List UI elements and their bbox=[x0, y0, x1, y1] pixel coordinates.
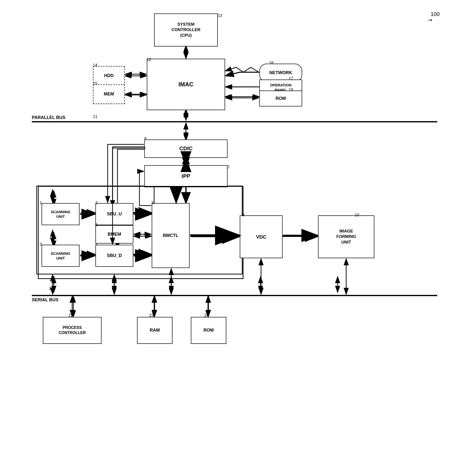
system-controller-label: SYSTEMCONTROLLER(CPU) bbox=[171, 22, 200, 38]
ref-11: 11 bbox=[93, 115, 97, 119]
vdc-label: VDC bbox=[256, 234, 266, 240]
ref-24: 24 bbox=[204, 313, 209, 318]
rom-bottom-label: ROM bbox=[203, 327, 214, 333]
imac-box: IMAC bbox=[147, 59, 225, 110]
ipp-box: IPP bbox=[144, 165, 228, 187]
network-box: NETWORK bbox=[259, 64, 302, 82]
ref-16: 16 bbox=[269, 61, 273, 65]
ref-5: 5 bbox=[152, 201, 154, 205]
hdd-box: HDD bbox=[93, 66, 125, 86]
scanning-unit-1-label: SCANNINGUNIT bbox=[51, 209, 70, 219]
scanning-unit-1-box: SCANNINGUNIT bbox=[42, 203, 80, 225]
serial-bus-line bbox=[32, 295, 437, 296]
bmem-box: BMEM bbox=[95, 225, 133, 243]
rom-bottom-box: ROM bbox=[191, 317, 226, 344]
ref-13: 13 bbox=[218, 14, 222, 18]
process-controller-label: PROCESSCONTROLLER bbox=[58, 325, 86, 336]
ref-21: 21 bbox=[49, 286, 53, 291]
sbu-d-box: SBU_D bbox=[95, 245, 133, 267]
bmem-label: BMEM bbox=[108, 232, 121, 237]
system-controller-box: SYSTEMCONTROLLER(CPU) bbox=[154, 14, 218, 47]
serial-bus-label: SERIAL BUS bbox=[32, 297, 58, 303]
imac-label: IMAC bbox=[178, 81, 193, 88]
ipp-label: IPP bbox=[182, 173, 190, 180]
sbu-d-label: SBU_D bbox=[107, 253, 122, 258]
ref-17: 17 bbox=[289, 76, 293, 81]
process-controller-box: PROCESSCONTROLLER bbox=[43, 317, 101, 344]
ref-3: 3 bbox=[40, 242, 42, 247]
ref-22: 22 bbox=[68, 313, 73, 318]
rom-top-box: ROM bbox=[259, 91, 302, 106]
sbu-u-box: SBU_U bbox=[95, 203, 133, 225]
rom-top-label: ROM bbox=[276, 96, 286, 101]
ref-10: 10 bbox=[355, 213, 359, 217]
scanning-unit-3-box: SCANNINGUNIT bbox=[42, 245, 80, 267]
ref-100: 100 bbox=[431, 11, 440, 17]
diagram: 100 ↙ SYSTEMCONTROLLER(CPU) 13 IMAC 12 H… bbox=[0, 0, 469, 476]
hdd-label: HDD bbox=[104, 73, 114, 79]
ref-18: 18 bbox=[289, 88, 293, 92]
vdc-box: VDC bbox=[240, 215, 283, 258]
mem-label: MEM bbox=[104, 91, 114, 97]
ref-2: 2 bbox=[95, 201, 98, 205]
network-label: NETWORK bbox=[269, 70, 292, 76]
cdic-label: CDIC bbox=[179, 145, 193, 152]
bmctl-label: BMCTL bbox=[163, 233, 178, 238]
ram-box: RAM bbox=[137, 317, 172, 344]
image-forming-unit-label: IMAGEFORMINGUNIT bbox=[336, 229, 356, 245]
bmctl-box: BMCTL bbox=[152, 203, 190, 268]
ref-15: 15 bbox=[93, 82, 97, 86]
ref-23: 23 bbox=[149, 313, 154, 318]
parallel-bus-line bbox=[32, 121, 437, 122]
ref-1: 1 bbox=[40, 201, 42, 205]
ref-6: 6 bbox=[95, 223, 98, 227]
ref-9: 9 bbox=[242, 213, 244, 217]
scanning-unit-3-label: SCANNINGUNIT bbox=[51, 251, 70, 261]
ram-label: RAM bbox=[150, 327, 160, 333]
parallel-bus-label: PARALLEL BUS bbox=[32, 115, 65, 120]
mem-box: MEM bbox=[93, 85, 125, 104]
ref-14: 14 bbox=[93, 63, 97, 68]
image-forming-unit-box: IMAGEFORMINGUNIT bbox=[318, 215, 374, 258]
ref-12: 12 bbox=[147, 57, 151, 62]
cdic-box: CDIC bbox=[144, 139, 228, 158]
ref-7: 7 bbox=[228, 165, 230, 170]
ref-8: 8 bbox=[144, 136, 147, 141]
sbu-u-label: SBU_U bbox=[107, 211, 122, 217]
